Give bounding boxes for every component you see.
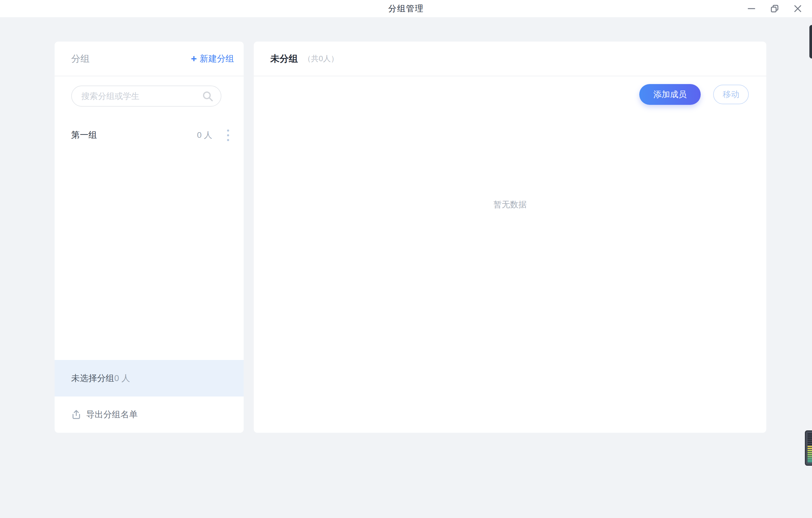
- unassigned-count: 0 人: [114, 373, 130, 384]
- group-member-count: 0 人: [197, 130, 223, 141]
- plus-icon: +: [191, 53, 197, 63]
- export-row: 导出分组名单: [55, 397, 244, 433]
- search-input[interactable]: [71, 85, 222, 107]
- groups-panel-title: 分组: [71, 53, 90, 65]
- ungrouped-subtitle: （共0人）: [303, 53, 338, 64]
- titlebar: 分组管理: [0, 0, 812, 17]
- close-button[interactable]: [791, 1, 805, 16]
- member-actions: 添加成员 移动: [639, 84, 749, 105]
- ungrouped-panel-header: 未分组 （共0人）: [254, 42, 766, 76]
- volume-level-meter: [805, 430, 812, 466]
- group-list-item[interactable]: 第一组 0 人: [55, 122, 244, 148]
- groups-panel-header: 分组 + 新建分组: [55, 42, 244, 76]
- unassigned-label: 未选择分组: [71, 373, 114, 384]
- search-box: [71, 85, 222, 107]
- group-name: 第一组: [71, 129, 97, 141]
- volume-level-bars: [808, 433, 812, 463]
- move-button[interactable]: 移动: [713, 85, 749, 104]
- restore-button[interactable]: [767, 1, 782, 16]
- group-options-menu-icon[interactable]: [223, 127, 233, 143]
- minimize-button[interactable]: [744, 1, 759, 16]
- close-icon: [794, 5, 802, 12]
- window-controls: [744, 0, 812, 17]
- minimize-icon: [748, 5, 755, 12]
- search-icon[interactable]: [202, 90, 214, 102]
- add-member-button[interactable]: 添加成员: [639, 84, 701, 105]
- export-group-list-button[interactable]: 导出分组名单: [71, 409, 138, 420]
- restore-icon: [771, 5, 779, 12]
- window-title: 分组管理: [388, 3, 424, 14]
- export-icon: [71, 410, 81, 420]
- groups-panel: 分组 + 新建分组 第一组 0 人 未选择分组 0 人: [55, 42, 244, 433]
- new-group-button[interactable]: + 新建分组: [191, 53, 234, 65]
- ungrouped-panel: 未分组 （共0人） 添加成员 移动 暂无数据: [254, 42, 766, 433]
- export-label: 导出分组名单: [86, 409, 138, 420]
- unassigned-group-row[interactable]: 未选择分组 0 人: [55, 360, 244, 397]
- empty-state-text: 暂无数据: [254, 199, 766, 210]
- ungrouped-title: 未分组: [270, 53, 298, 65]
- scrollbar-thumb[interactable]: [809, 25, 812, 58]
- new-group-label: 新建分组: [200, 53, 234, 65]
